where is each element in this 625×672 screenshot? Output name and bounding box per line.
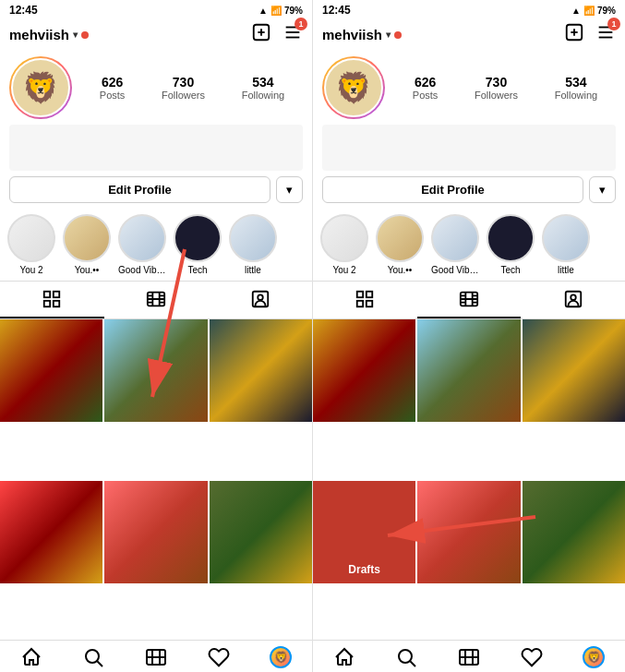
grid-item-left-2[interactable] (210, 319, 312, 422)
grid-item-left-5[interactable] (210, 481, 312, 583)
story-item-left-2[interactable]: Good Vibes O... (118, 214, 166, 275)
time-left: 12:45 (9, 4, 38, 17)
story-circle-left-0 (7, 214, 55, 262)
tab-bar-left (0, 281, 312, 319)
nav-home-right[interactable] (313, 646, 376, 668)
svg-rect-23 (367, 292, 372, 297)
add-post-button-right[interactable] (564, 22, 584, 47)
nav-profile-left[interactable]: 🦁 (249, 646, 312, 668)
nav-heart-right[interactable] (500, 646, 563, 668)
edit-profile-button-left[interactable]: Edit Profile (9, 176, 270, 203)
story-item-right-0[interactable]: You 2 (320, 214, 368, 275)
tab-grid-right[interactable] (313, 282, 417, 318)
chevron-icon-left: ▾ (73, 30, 78, 40)
wifi-icon-right: 📶 (583, 6, 595, 16)
avatar-left[interactable]: 🦁 (9, 56, 72, 119)
drafts-grid-item-right[interactable]: Drafts (313, 481, 415, 583)
posts-label-left: Posts (100, 90, 126, 101)
edit-profile-dropdown-right[interactable]: ▾ (589, 176, 616, 203)
grid-item-right-1[interactable] (417, 319, 520, 422)
posts-stat-right[interactable]: 626 Posts (413, 75, 439, 101)
story-item-right-3[interactable]: Tech (487, 214, 535, 275)
following-count-left: 534 (252, 75, 273, 90)
notification-badge-right: 1 (607, 18, 620, 30)
story-item-left-1[interactable]: You.•• (63, 214, 111, 275)
following-stat-right[interactable]: 534 Following (555, 75, 597, 101)
story-circle-right-0 (320, 214, 368, 262)
nav-search-left[interactable] (63, 646, 126, 668)
story-circle-right-1 (376, 214, 424, 262)
grid-item-left-3[interactable] (0, 481, 102, 583)
time-right: 12:45 (322, 4, 351, 17)
edit-profile-dropdown-left[interactable]: ▾ (276, 176, 303, 203)
signal-icon-right: ▲ (571, 6, 581, 16)
edit-profile-row-left: Edit Profile ▾ (0, 171, 312, 209)
tab-tagged-left[interactable] (208, 282, 312, 318)
menu-button-left[interactable]: 1 (282, 22, 303, 47)
username-right[interactable]: mehviish ▾ (322, 27, 402, 42)
photo-grid-left (0, 319, 312, 640)
story-label-right-1: You.•• (388, 265, 413, 275)
story-label-left-2: Good Vibes O... (118, 265, 166, 275)
story-item-right-4[interactable]: little (542, 214, 590, 275)
add-post-button-left[interactable] (251, 22, 271, 47)
header-left: mehviish ▾ (0, 18, 312, 51)
story-circle-left-1 (63, 214, 111, 262)
right-screen: 12:45 ▲ 📶 79% mehviish ▾ (313, 0, 625, 672)
photo-grid-right: Drafts (313, 319, 625, 640)
story-label-right-0: You 2 (332, 265, 355, 275)
story-item-left-4[interactable]: little (229, 214, 277, 275)
posts-count-left: 626 (102, 75, 123, 90)
story-item-right-2[interactable]: Good Vibes O... (431, 214, 479, 275)
followers-label-right: Followers (475, 90, 518, 101)
story-circle-left-2 (118, 214, 166, 262)
nav-heart-left[interactable] (187, 646, 250, 668)
grid-item-right-4[interactable] (417, 481, 520, 583)
bottom-nav-left: 🦁 (0, 640, 312, 672)
followers-count-left: 730 (173, 75, 194, 90)
tab-tagged-right[interactable] (521, 282, 625, 318)
nav-home-left[interactable] (0, 646, 63, 668)
story-item-left-3[interactable]: Tech (174, 214, 222, 275)
following-label-right: Following (555, 90, 597, 101)
svg-point-12 (258, 294, 263, 300)
avatar-right[interactable]: 🦁 (322, 56, 385, 119)
username-text-right: mehviish (322, 27, 382, 42)
grid-item-right-5[interactable] (523, 481, 625, 583)
story-label-right-2: Good Vibes O... (431, 265, 479, 275)
grid-item-left-1[interactable] (104, 319, 207, 422)
svg-point-28 (571, 294, 576, 300)
followers-stat-right[interactable]: 730 Followers (475, 75, 518, 101)
drafts-label: Drafts (313, 563, 415, 576)
menu-button-right[interactable]: 1 (595, 22, 616, 47)
status-bar-left: 12:45 ▲ 📶 79% (0, 0, 312, 18)
grid-item-right-0[interactable] (313, 319, 415, 422)
story-circle-right-4 (542, 214, 590, 262)
battery-icon-right: 79% (597, 6, 616, 16)
profile-section-left: 🦁 626 Posts 730 Followers 534 Following (0, 51, 312, 125)
nav-reels-left[interactable] (125, 646, 187, 668)
grid-item-right-2[interactable] (523, 319, 625, 422)
signal-icon: ▲ (258, 6, 268, 16)
bottom-nav-right: 🦁 (313, 640, 625, 672)
profile-avatar-nav-right: 🦁 (583, 646, 605, 668)
followers-stat-left[interactable]: 730 Followers (162, 75, 205, 101)
posts-stat-left[interactable]: 626 Posts (100, 75, 126, 101)
grid-item-left-0[interactable] (0, 319, 102, 422)
username-text-left: mehviish (9, 27, 69, 42)
nav-search-right[interactable] (376, 646, 439, 668)
stories-row-left: You 2 You.•• Good Vibes O... Tech little (0, 209, 312, 281)
tab-grid-left[interactable] (0, 282, 104, 318)
tab-reels-right[interactable] (417, 282, 522, 318)
nav-reels-right[interactable] (438, 646, 500, 668)
tab-reels-left[interactable] (104, 282, 209, 318)
username-left[interactable]: mehviish ▾ (9, 27, 89, 42)
edit-profile-button-right[interactable]: Edit Profile (322, 176, 583, 203)
svg-rect-9 (54, 301, 59, 306)
nav-profile-right[interactable]: 🦁 (562, 646, 625, 668)
left-screen: 12:45 ▲ 📶 79% mehviish ▾ (0, 0, 312, 672)
story-item-left-0[interactable]: You 2 (7, 214, 55, 275)
story-item-right-1[interactable]: You.•• (376, 214, 424, 275)
grid-item-left-4[interactable] (104, 481, 207, 583)
following-stat-left[interactable]: 534 Following (242, 75, 284, 101)
